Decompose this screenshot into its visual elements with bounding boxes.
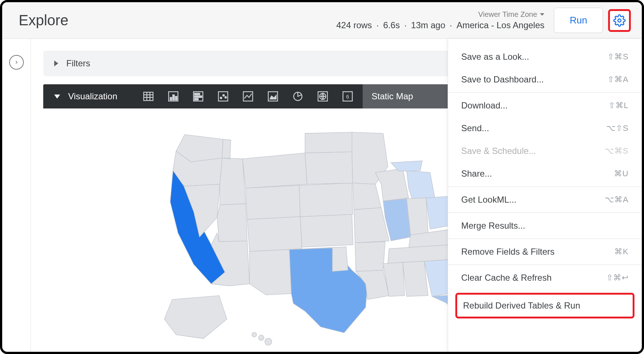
svg-rect-13 <box>195 99 198 100</box>
line-chart-icon <box>242 90 254 103</box>
menu-separator <box>448 187 642 187</box>
caret-right-icon <box>54 60 58 66</box>
menu-item-label: Clear Cache & Refresh <box>461 273 552 283</box>
svg-rect-9 <box>175 96 177 100</box>
menu-item-share[interactable]: Share... ⌘U <box>448 162 642 185</box>
viz-type-pie[interactable] <box>286 85 309 108</box>
menu-item-label: Merge Results... <box>461 221 525 231</box>
menu-item-send[interactable]: Send... ⌥⇧S <box>448 117 642 140</box>
menu-item-label: Rebuild Derived Tables & Run <box>463 300 580 311</box>
menu-separator <box>448 265 642 265</box>
menu-item-label: Save as a Look... <box>461 52 529 62</box>
menu-shortcut: ⌘U <box>614 169 629 178</box>
menu-item-clear-cache[interactable]: Clear Cache & Refresh ⇧⌘↩ <box>448 266 642 289</box>
single-value-icon: 6 <box>341 90 354 103</box>
menu-separator <box>448 239 642 239</box>
menu-shortcut: ⇧⌘S <box>607 52 629 62</box>
svg-rect-8 <box>173 95 174 100</box>
svg-rect-12 <box>195 96 202 97</box>
gear-menu: Save as a Look... ⇧⌘S Save to Dashboard.… <box>448 39 642 352</box>
svg-point-17 <box>225 97 226 98</box>
menu-item-rebuild-derived[interactable]: Rebuild Derived Tables & Run <box>457 295 633 317</box>
viz-type-scatter[interactable] <box>212 85 234 108</box>
stat-timezone: America - Los Angeles <box>456 20 544 30</box>
run-button[interactable]: Run <box>554 8 603 33</box>
viz-type-column[interactable] <box>162 85 185 108</box>
viz-type-bar[interactable] <box>187 85 210 108</box>
menu-shortcut: ⇧⌘L <box>608 101 629 110</box>
menu-item-label: Get LookML... <box>461 195 517 205</box>
menu-item-save-dashboard[interactable]: Save to Dashboard... ⇧⌘A <box>448 68 642 91</box>
filters-label: Filters <box>66 58 90 69</box>
svg-point-15 <box>221 97 222 99</box>
menu-item-label: Remove Fields & Filters <box>461 247 555 257</box>
menu-item-label: Save to Dashboard... <box>461 74 544 85</box>
svg-point-16 <box>223 95 225 96</box>
scatter-icon <box>217 90 229 103</box>
menu-item-save-schedule: Save & Schedule... ⌥⌘S <box>448 140 642 162</box>
menu-separator <box>448 92 642 93</box>
viz-type-line[interactable] <box>237 85 259 108</box>
svg-point-27 <box>265 338 272 345</box>
svg-rect-1 <box>144 92 153 101</box>
visualization-label: Visualization <box>68 91 117 102</box>
area-chart-icon <box>267 90 279 103</box>
expand-rail-button[interactable] <box>9 55 24 70</box>
query-stats: 424 rows 6.6s 13m ago America - Los Ange… <box>336 20 544 30</box>
menu-shortcut: ⌥⌘A <box>605 195 629 204</box>
menu-shortcut: ⌘K <box>614 247 629 257</box>
gear-button[interactable] <box>608 9 631 32</box>
menu-shortcut: ⌥⌘S <box>605 146 629 156</box>
menu-item-label: Download... <box>461 100 508 111</box>
svg-point-0 <box>618 19 621 22</box>
svg-rect-7 <box>170 97 172 100</box>
viz-type-table[interactable] <box>137 85 160 108</box>
pie-chart-icon <box>292 90 304 103</box>
svg-point-26 <box>259 335 264 340</box>
svg-point-25 <box>252 332 257 337</box>
caret-down-icon <box>54 95 60 99</box>
menu-separator <box>448 213 642 213</box>
menu-item-download[interactable]: Download... ⇧⌘L <box>448 94 642 117</box>
stat-ago: 13m ago <box>411 20 445 30</box>
viz-type-map[interactable] <box>311 85 334 108</box>
globe-icon <box>317 90 329 103</box>
menu-item-label: Send... <box>461 123 489 133</box>
highlighted-menu-item: Rebuild Derived Tables & Run <box>455 293 634 318</box>
gear-icon <box>613 14 626 27</box>
svg-rect-11 <box>195 93 200 95</box>
menu-item-label: Share... <box>461 169 492 179</box>
chevron-right-icon <box>14 60 19 65</box>
menu-shortcut: ⌥⇧S <box>606 123 629 133</box>
chevron-down-icon <box>540 13 544 16</box>
viz-type-area[interactable] <box>262 85 284 108</box>
bar-chart-icon <box>192 90 204 103</box>
timezone-label: Viewer Time Zone <box>478 10 537 19</box>
page-title: Explore <box>19 12 69 29</box>
viz-type-single[interactable]: 6 <box>336 85 359 108</box>
svg-text:6: 6 <box>346 94 349 100</box>
menu-item-label: Save & Schedule... <box>461 146 536 156</box>
menu-item-merge[interactable]: Merge Results... <box>448 214 642 237</box>
menu-item-remove-fields[interactable]: Remove Fields & Filters ⌘K <box>448 240 642 263</box>
menu-shortcut: ⇧⌘↩ <box>606 273 629 283</box>
menu-item-lookml[interactable]: Get LookML... ⌥⌘A <box>448 188 642 211</box>
menu-shortcut: ⇧⌘A <box>607 75 629 84</box>
timezone-selector[interactable]: Viewer Time Zone <box>478 10 544 19</box>
column-chart-icon <box>167 90 179 103</box>
menu-item-save-look[interactable]: Save as a Look... ⇧⌘S <box>448 45 642 68</box>
stat-rows: 424 rows <box>336 20 372 30</box>
table-icon <box>142 90 155 103</box>
stat-time: 6.6s <box>383 20 400 30</box>
